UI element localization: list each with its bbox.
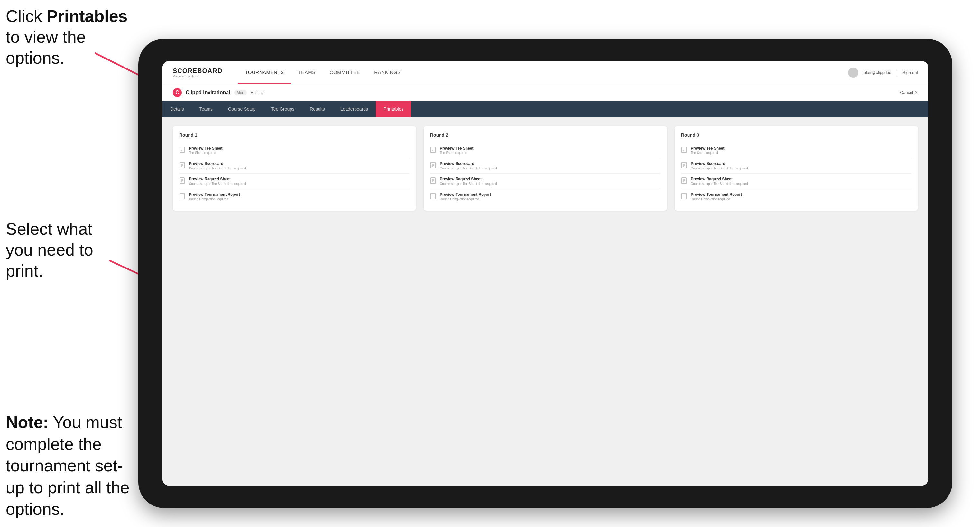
document-icon (681, 147, 687, 154)
logo-sub: Powered by clippd (173, 75, 222, 78)
close-icon: ✕ (914, 90, 918, 95)
logo-area: SCOREBOARD Powered by clippd (173, 67, 222, 78)
round-3-tee-sheet[interactable]: Preview Tee Sheet Tee Sheet required (681, 143, 912, 158)
round-1-raguzzi[interactable]: Preview Raguzzi Sheet Course setup + Tee… (179, 174, 410, 189)
r1-teesheet-title: Preview Tee Sheet (189, 146, 223, 151)
document-icon (681, 162, 687, 170)
document-icon (681, 178, 687, 185)
r2-scorecard-title: Preview Scorecard (440, 162, 497, 166)
document-icon (430, 193, 437, 201)
r2-raguzzi-title: Preview Raguzzi Sheet (440, 177, 497, 181)
r2-teesheet-title: Preview Tee Sheet (440, 146, 474, 151)
separator: | (896, 70, 897, 75)
tournament-title: C Clippd Invitational Men Hosting (173, 88, 264, 97)
logo-text: SCOREBOARD (173, 67, 222, 75)
round-3-title: Round 3 (681, 132, 912, 138)
rounds-container: Round 1 Preview Tee Sheet Tee Sheet requ… (173, 126, 918, 211)
tab-details[interactable]: Details (162, 101, 192, 117)
nav-rankings[interactable]: RANKINGS (367, 61, 408, 84)
r3-report-title: Preview Tournament Report (691, 192, 742, 197)
user-area: blair@clippd.io | Sign out (848, 68, 918, 78)
r1-raguzzi-subtitle: Course setup + Tee Sheet data required (189, 182, 246, 186)
tournament-icon: C (173, 88, 182, 97)
r1-report-subtitle: Round Completion required (189, 197, 240, 201)
user-email: blair@clippd.io (864, 70, 891, 75)
round-2-scorecard[interactable]: Preview Scorecard Course setup + Tee She… (430, 158, 660, 174)
tablet-device: SCOREBOARD Powered by clippd TOURNAMENTS… (138, 38, 952, 508)
tab-printables[interactable]: Printables (376, 101, 411, 117)
tab-course-setup[interactable]: Course Setup (220, 101, 264, 117)
round-2-raguzzi[interactable]: Preview Raguzzi Sheet Course setup + Tee… (430, 174, 660, 189)
round-2-section: Round 2 Preview Tee Sheet Tee Sheet requ… (424, 126, 667, 211)
document-icon (430, 178, 437, 185)
nav-committee[interactable]: COMMITTEE (323, 61, 368, 84)
r3-teesheet-title: Preview Tee Sheet (691, 146, 725, 151)
round-3-section: Round 3 Preview Tee Sheet Tee Sheet requ… (675, 126, 918, 211)
r2-report-subtitle: Round Completion required (440, 197, 491, 201)
tournament-badge: Men (234, 90, 247, 95)
round-2-tournament-report[interactable]: Preview Tournament Report Round Completi… (430, 189, 660, 204)
tab-leaderboards[interactable]: Leaderboards (332, 101, 376, 117)
r1-teesheet-subtitle: Tee Sheet required (189, 151, 223, 155)
round-1-tournament-report[interactable]: Preview Tournament Report Round Completi… (179, 189, 410, 204)
r1-scorecard-subtitle: Course setup + Tee Sheet data required (189, 167, 246, 170)
document-icon (681, 193, 687, 201)
tab-results[interactable]: Results (302, 101, 332, 117)
top-nav: SCOREBOARD Powered by clippd TOURNAMENTS… (162, 61, 928, 84)
tab-teams[interactable]: Teams (192, 101, 220, 117)
sub-nav: Details Teams Course Setup Tee Groups Re… (162, 101, 928, 117)
cancel-button[interactable]: Cancel ✕ (900, 90, 918, 95)
tournament-status: Hosting (251, 90, 264, 95)
document-icon (430, 147, 437, 154)
main-nav: TOURNAMENTS TEAMS COMMITTEE RANKINGS (238, 61, 848, 84)
round-3-scorecard[interactable]: Preview Scorecard Course setup + Tee She… (681, 158, 912, 174)
tournament-name: Clippd Invitational (186, 90, 231, 95)
r3-report-subtitle: Round Completion required (691, 197, 742, 201)
round-1-tee-sheet[interactable]: Preview Tee Sheet Tee Sheet required (179, 143, 410, 158)
avatar (848, 68, 858, 78)
r2-report-title: Preview Tournament Report (440, 192, 491, 197)
round-1-section: Round 1 Preview Tee Sheet Tee Sheet requ… (173, 126, 416, 211)
instruction-bottom: Note: You must complete the tournament s… (6, 411, 135, 520)
document-icon (179, 193, 186, 201)
round-3-raguzzi[interactable]: Preview Raguzzi Sheet Course setup + Tee… (681, 174, 912, 189)
document-icon (430, 162, 437, 170)
round-2-title: Round 2 (430, 132, 660, 138)
r3-scorecard-title: Preview Scorecard (691, 162, 748, 166)
round-2-tee-sheet[interactable]: Preview Tee Sheet Tee Sheet required (430, 143, 660, 158)
r1-scorecard-title: Preview Scorecard (189, 162, 246, 166)
printables-bold: Printables (47, 7, 127, 25)
r3-teesheet-subtitle: Tee Sheet required (691, 151, 725, 155)
document-icon (179, 178, 186, 185)
r2-teesheet-subtitle: Tee Sheet required (440, 151, 474, 155)
r2-scorecard-subtitle: Course setup + Tee Sheet data required (440, 167, 497, 170)
tablet-screen: SCOREBOARD Powered by clippd TOURNAMENTS… (162, 61, 928, 486)
r3-raguzzi-title: Preview Raguzzi Sheet (691, 177, 748, 181)
r1-report-title: Preview Tournament Report (189, 192, 240, 197)
document-icon (179, 147, 186, 154)
sign-out-link[interactable]: Sign out (902, 70, 918, 75)
r1-raguzzi-title: Preview Raguzzi Sheet (189, 177, 246, 181)
nav-teams[interactable]: TEAMS (291, 61, 323, 84)
r2-raguzzi-subtitle: Course setup + Tee Sheet data required (440, 182, 497, 186)
nav-tournaments[interactable]: TOURNAMENTS (238, 61, 291, 84)
round-3-tournament-report[interactable]: Preview Tournament Report Round Completi… (681, 189, 912, 204)
r3-scorecard-subtitle: Course setup + Tee Sheet data required (691, 167, 748, 170)
tournament-header: C Clippd Invitational Men Hosting Cancel… (162, 84, 928, 101)
document-icon (179, 162, 186, 170)
round-1-scorecard[interactable]: Preview Scorecard Course setup + Tee She… (179, 158, 410, 174)
tab-tee-groups[interactable]: Tee Groups (264, 101, 302, 117)
content-area: Round 1 Preview Tee Sheet Tee Sheet requ… (162, 117, 928, 486)
instruction-middle: Select what you need to print. (6, 219, 122, 281)
r3-raguzzi-subtitle: Course setup + Tee Sheet data required (691, 182, 748, 186)
round-1-title: Round 1 (179, 132, 410, 138)
